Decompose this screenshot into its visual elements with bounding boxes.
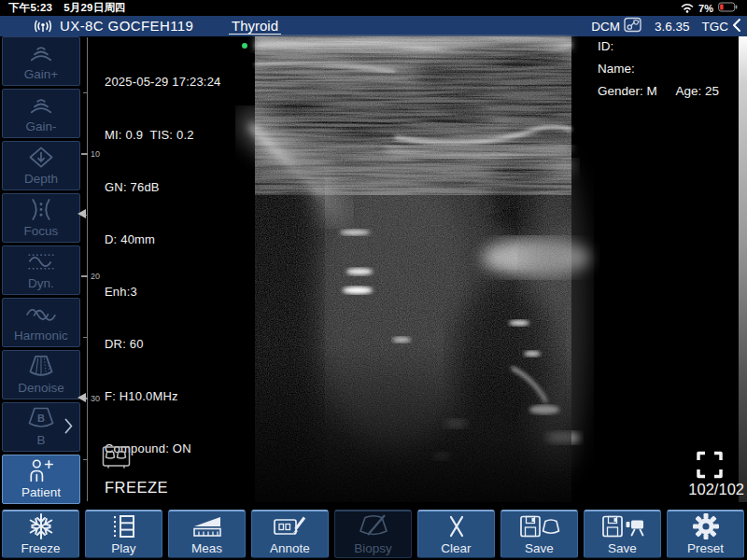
patient-icon [22,455,60,485]
exam-preset-thyroid[interactable]: Thyroid [229,18,281,35]
image-parameters: 2025-05-29 17:23:24 MI: 0.9 TIS: 0.2 GN:… [105,39,221,493]
sidebar-item-gain-plus[interactable]: Gain+ [2,36,80,86]
enhance-value: Enh:3 [105,284,221,301]
freeze-button[interactable]: Freeze [2,510,79,558]
tgc-button[interactable]: TGC [702,18,742,35]
gain-plus-icon [24,37,58,67]
wifi-icon [681,2,694,15]
save-image-button[interactable]: Save [500,510,578,558]
play-button[interactable]: Play [85,510,162,558]
patient-gender: Gender: M [598,84,657,99]
play-cine-icon [107,511,141,541]
gain-minus-icon [24,90,58,119]
sidebar-item-gain-minus[interactable]: Gain- [2,89,80,138]
dynamic-range-icon [24,246,58,276]
dcm-label: DCM [591,20,620,34]
toolbar-button-label: Biopsy [354,541,392,555]
biopsy-button: Biopsy [334,510,412,558]
ipad-status-bar: 下午5:23 5月29日周四 7% [0,0,747,16]
frequency-value: F: H10.0MHz [105,388,221,406]
tgc-label: TGC [702,20,729,34]
sidebar-item-label: Denoise [18,381,64,395]
save-image-icon [518,511,561,541]
toolbar-button-label: Preset [687,541,724,555]
patient-info-panel: ID: Name: Gender: M Age: 25 [598,39,719,106]
record-status-dot [242,43,247,49]
sidebar-item-label: Focus [24,224,59,238]
status-date: 5月29日周四 [63,1,126,15]
b-mode-icon: B [23,403,59,433]
sidebar-item-patient[interactable]: Patient [2,455,80,504]
ruler-tick [81,153,88,155]
sidebar-item-label: Patient [21,485,61,499]
toolbar-button-label: Save [525,541,554,555]
chevron-right-icon [64,417,73,437]
freeze-status-text: FREEZE [105,479,168,497]
focus-marker-icon [78,209,86,218]
annotate-icon [272,511,309,541]
sidebar-item-dynamic-range[interactable]: Dyn. [2,245,80,295]
gain-value: GN: 76dB [105,179,221,197]
sidebar-item-label: Gain- [25,119,56,133]
patient-age: Age: 25 [675,84,719,99]
app-header: UX-8C GOCFEH119 Thyroid DCM 3.6.35 TGC [0,16,747,36]
ruler-label-20: 20 [91,272,100,281]
software-version: 3.6.35 [655,20,690,34]
toolbar-button-label: Meas [191,541,222,555]
dcm-probe-icon [624,17,642,35]
status-time: 下午5:23 [8,1,52,15]
ruler-tick [83,92,88,93]
sidebar-item-label: Gain+ [24,67,58,81]
ruler-label-30: 30 [91,394,100,403]
ruler-tick [81,275,88,277]
patient-name-label: Name: [598,62,719,77]
measure-icon [190,511,225,541]
toolbar-button-label: Clear [441,541,471,555]
toolbar-button-label: Save [608,541,637,555]
toolbar-button-label: Annote [270,541,310,555]
acquisition-timestamp: 2025-05-29 17:23:24 [105,74,221,91]
toolbar-button-label: Play [111,541,135,555]
probe-signal-icon[interactable] [34,19,52,37]
ruler-tick [83,337,88,338]
clear-icon [439,511,474,541]
chevron-left-icon [732,18,741,35]
preset-button[interactable]: Preset [667,510,744,558]
save-video-button[interactable]: Save [584,510,661,558]
toolbar-button-label: Freeze [21,541,60,555]
sidebar-item-harmonic[interactable]: Harmonic [2,298,80,347]
ruler-label-10: 10 [91,149,100,159]
fullscreen-icon[interactable] [695,450,725,483]
battery-percent: 7% [698,3,713,14]
measure-button[interactable]: Meas [168,510,246,558]
preset-gear-icon [690,511,722,541]
ultrasound-image[interactable] [255,36,571,502]
depth-marker-icon [78,393,86,402]
dynamic-range-value: DR: 60 [105,336,221,354]
depth-icon [24,142,58,172]
battery-icon [718,2,739,14]
patient-id-label: ID: [598,39,719,54]
tgc-panel-edge[interactable] [739,36,747,502]
clear-button[interactable]: Clear [417,510,495,558]
cine-frame-counter: 102/102 [688,481,744,498]
svg-text:B: B [37,413,45,424]
save-video-icon [600,511,645,541]
denoise-icon [23,351,59,381]
biopsy-icon [356,511,391,541]
annotate-button[interactable]: Annote [251,510,329,558]
sidebar-item-b-mode[interactable]: B B [2,402,80,452]
sidebar-item-depth[interactable]: Depth [2,141,80,190]
snowflake-icon [27,511,55,541]
bottom-toolbar: Freeze Play [2,510,744,558]
ultrasound-app-screen: 下午5:23 5月29日周四 7% [0,0,747,560]
sidebar-item-denoise[interactable]: Denoise [2,350,80,399]
ruler-line [87,37,88,501]
dual-probe-icon[interactable] [102,444,132,475]
ruler-tick [83,459,88,460]
dcm-button[interactable]: DCM [591,17,642,35]
sidebar-item-label: Depth [24,172,58,186]
focus-icon [24,194,58,224]
depth-value: D: 40mm [105,231,221,249]
sidebar-item-focus[interactable]: Focus [2,193,80,243]
